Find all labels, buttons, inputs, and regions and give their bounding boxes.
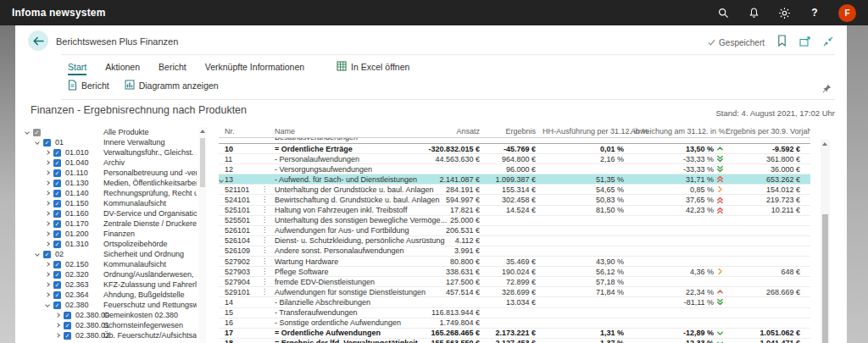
tab-start[interactable]: Start (68, 62, 86, 72)
tree-item[interactable]: ✓02.380.00Gemeinkosten 02.380 (24, 310, 197, 320)
table-row[interactable]: 15- Transferaufwendungen116.813.944 € (219, 308, 810, 318)
tree-checkbox[interactable]: ✓ (53, 200, 61, 207)
tree-item[interactable]: ✓02.150Kommunalaufsicht (24, 259, 197, 269)
chevron-down-icon[interactable] (35, 252, 40, 257)
table-scrollbar[interactable] (821, 140, 830, 343)
table-row[interactable]: 12- Versorgungsaufwendungen96.000 €-33,3… (219, 164, 810, 174)
settings-gear-icon[interactable] (777, 6, 791, 19)
chevron-right-icon[interactable] (55, 313, 60, 318)
chevron-right-icon[interactable] (45, 282, 50, 287)
tree-checkbox[interactable]: ✓ (53, 291, 61, 299)
row-options-icon[interactable]: ⋮ (259, 279, 270, 285)
table-row[interactable]: 524101⋮Bewirtschaftung d. Grundstücke u.… (219, 195, 810, 205)
tree-item[interactable]: ✓02.363KFZ-Zulassung und Fahrerla... (24, 279, 197, 290)
tree-item[interactable]: ✓02.380.01Schornsteinfegerwesen (24, 320, 197, 330)
search-icon[interactable] (716, 6, 730, 19)
pin-ribbon-icon[interactable] (822, 81, 832, 97)
table-row[interactable]: 526101⋮Aufwendungen für Aus- und Fortbil… (219, 226, 810, 236)
tree-item[interactable]: ✓01.170Zentrale Dienste / Druckerei (24, 219, 197, 229)
action-diagramm-anzeigen[interactable]: Diagramm anzeigen (125, 80, 219, 91)
tab-bericht[interactable]: Bericht (159, 62, 186, 72)
tree-item[interactable]: ✓02Sicherheit und Ordnung (24, 249, 197, 259)
notifications-bell-icon[interactable] (747, 6, 760, 19)
row-options-icon[interactable]: ⋮ (259, 237, 270, 244)
chevron-right-icon[interactable] (55, 333, 60, 338)
table-row[interactable]: 527902⋮Wartung Hardware80.800 €35.469 €4… (219, 257, 810, 267)
tree-item[interactable]: ✓01.010Verwaltungsführ., Gleichst. ... (24, 147, 197, 158)
column-header[interactable]: Name (270, 127, 405, 136)
table-row[interactable]: 526109⋮Andere sonst. Personalaufwendunge… (219, 246, 810, 257)
row-options-icon[interactable]: ⋮ (259, 268, 270, 275)
tree-checkbox[interactable]: ✓ (64, 322, 71, 329)
chevron-down-icon[interactable] (219, 178, 224, 183)
table-row[interactable]: 14- Bilanzielle Abschreibungen13.034 €-8… (219, 297, 810, 307)
table-row[interactable]: 529101⋮Aufwendungen für sonstige Dienstl… (219, 287, 810, 297)
table-row[interactable]: 521101⋮Unterhaltung der Grundstücke u. b… (219, 185, 810, 195)
column-header[interactable]: Ergebnis per 30.9. Vorjahr (726, 127, 802, 136)
row-options-icon[interactable]: ⋮ (259, 217, 270, 224)
open-in-window-icon[interactable] (799, 35, 810, 50)
tree-checkbox[interactable]: ✓ (53, 220, 61, 228)
chevron-right-icon[interactable] (45, 170, 50, 175)
row-options-icon[interactable]: ⋮ (259, 247, 270, 254)
chevron-right-icon[interactable] (45, 160, 50, 165)
tree-checkbox[interactable]: ✓ (53, 210, 61, 218)
table-row[interactable]: 10= Ordentliche Erträge-320.832.015 €-45… (219, 144, 810, 154)
table-row[interactable]: 18= Ergebnis der lfd. Verwaltungstätigke… (219, 339, 810, 343)
row-options-icon[interactable]: ⋮ (259, 196, 270, 203)
chevron-down-icon[interactable] (35, 140, 40, 145)
table-row[interactable]: 527904⋮fremde EDV-Dienstleistungen127.50… (219, 277, 810, 287)
table-row[interactable]: 17= Ordentliche Aufwendungen165.268.465 … (219, 329, 810, 339)
tree-checkbox[interactable]: ✓ (53, 241, 61, 248)
tree-item[interactable]: ✓01Innere Verwaltung (24, 137, 197, 147)
tree-checkbox[interactable]: ✓ (53, 302, 61, 309)
chevron-right-icon[interactable] (45, 221, 50, 226)
tree-checkbox[interactable]: ✓ (53, 149, 61, 157)
tree-checkbox[interactable]: ✓ (43, 251, 51, 258)
tree-item[interactable]: ✓01.150Kommunalaufsicht (24, 198, 197, 208)
tree-checkbox[interactable]: ✓ (64, 312, 71, 319)
tree-item[interactable]: ✓01.140Rechnungsprüfung, Recht u... (24, 188, 197, 198)
chevron-right-icon[interactable] (45, 272, 50, 277)
tree-checkbox[interactable]: ✓ (53, 261, 61, 268)
tree-checkbox[interactable]: ✓ (53, 159, 61, 167)
chevron-right-icon[interactable] (45, 201, 50, 206)
chevron-right-icon[interactable] (45, 262, 50, 267)
table-row[interactable]: 526104⋮Dienst- u. Schutzkleidung, persön… (219, 236, 810, 246)
column-header[interactable]: Ergebnis (490, 127, 542, 136)
tree-item[interactable]: ✓01.200Finanzen (24, 229, 197, 239)
collapse-icon[interactable] (823, 35, 833, 50)
tree-scrollbar-thumb[interactable] (200, 138, 205, 187)
tree-checkbox[interactable]: ✓ (53, 230, 61, 238)
chevron-right-icon[interactable] (55, 323, 60, 328)
row-options-icon[interactable]: ⋮ (259, 207, 270, 213)
chevron-right-icon[interactable] (45, 150, 50, 155)
chevron-right-icon[interactable] (45, 231, 50, 236)
chevron-down-icon[interactable] (45, 302, 50, 307)
tree-item[interactable]: ✓01.310Ortspolizeibehörde (24, 239, 197, 249)
column-header[interactable]: Nr. (219, 127, 259, 136)
row-options-icon[interactable]: ⋮ (259, 258, 270, 265)
chevron-right-icon[interactable] (45, 211, 50, 216)
tree-item[interactable]: ✓01.040Archiv (24, 158, 197, 168)
column-header[interactable]: Ansatz (405, 127, 490, 136)
chevron-right-icon[interactable] (45, 191, 50, 196)
tree-item[interactable]: ✓02.364Ahndung, Bußgeldstelle (24, 290, 197, 300)
avatar[interactable]: F (838, 4, 856, 22)
back-button[interactable] (28, 30, 48, 51)
scroll-up-icon[interactable] (822, 142, 827, 146)
tree-item[interactable]: ✓Alle Produkte (24, 127, 197, 137)
tree-item[interactable]: ✓02.320Ordnung/Ausländerwesen, ... (24, 269, 197, 279)
table-scrollbar-thumb[interactable] (822, 214, 828, 343)
tree-item[interactable]: ✓01.160DV-Service und Organisatio... (24, 208, 197, 219)
tree-checkbox[interactable]: ✓ (53, 169, 61, 177)
chevron-down-icon[interactable] (25, 130, 30, 135)
tree-item[interactable]: ✓02.380Feuerschutz und Rettungsw... (24, 300, 197, 310)
table-row[interactable]: 525501⋮Unterhaltung des sonstigen bewegl… (219, 216, 810, 226)
table-row[interactable]: 11- Personalaufwendungen44.563.630 €964.… (219, 154, 810, 164)
scroll-up-icon[interactable] (200, 130, 205, 133)
help-icon[interactable]: ? (808, 6, 821, 19)
row-options-icon[interactable]: ⋮ (259, 289, 270, 296)
tree-checkbox[interactable]: ✓ (43, 139, 51, 147)
open-in-excel-button[interactable]: In Excel öffnen (337, 61, 409, 73)
